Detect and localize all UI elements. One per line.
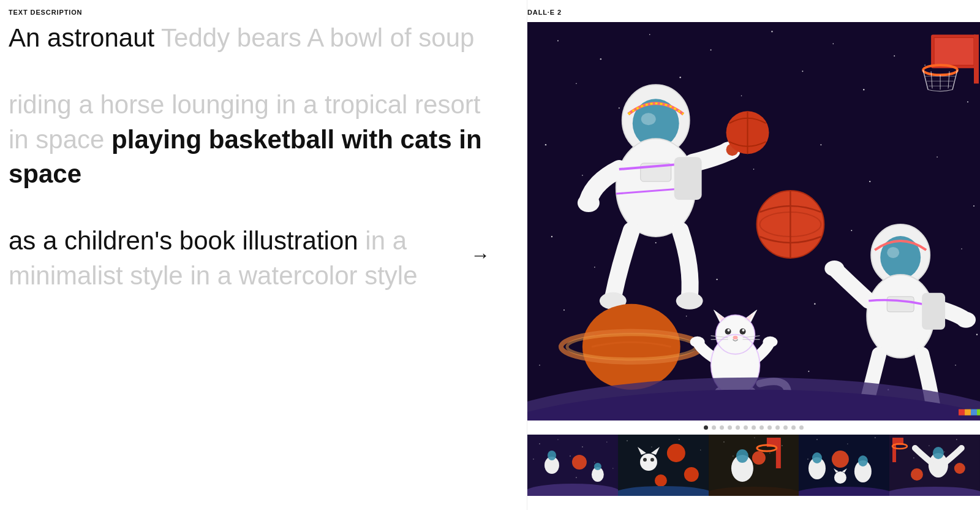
dot-13[interactable] [799, 425, 804, 430]
svg-point-41 [976, 334, 978, 335]
left-panel: TEXT DESCRIPTION An astronaut Teddy bear… [0, 0, 527, 510]
dot-2[interactable] [712, 425, 716, 430]
dot-1[interactable] [704, 425, 708, 430]
svg-point-191 [933, 447, 944, 459]
svg-point-66 [578, 194, 600, 212]
dot-11[interactable] [783, 425, 788, 430]
text-row-1: An astronaut Teddy bears A bowl of soup [9, 22, 514, 55]
svg-point-188 [944, 451, 944, 452]
svg-rect-60 [974, 34, 979, 83]
dalle-label: DALL·E 2 [527, 9, 980, 22]
svg-point-185 [929, 445, 929, 446]
dot-6[interactable] [744, 425, 748, 430]
svg-point-125 [594, 462, 595, 462]
svg-point-83 [887, 247, 899, 258]
svg-point-127 [576, 477, 577, 478]
svg-point-181 [832, 451, 849, 468]
text-row-6: minimalist style in a watercolor style [9, 260, 514, 292]
svg-point-139 [651, 446, 652, 447]
dot-7[interactable] [752, 425, 756, 430]
svg-point-28 [655, 242, 657, 243]
svg-rect-116 [971, 409, 977, 416]
word-basketball[interactable]: playing basketball with cats in [104, 125, 481, 154]
svg-point-9 [576, 83, 577, 85]
svg-point-31 [851, 230, 852, 231]
svg-point-24 [937, 156, 938, 158]
svg-point-26 [551, 236, 552, 237]
svg-point-196 [954, 463, 965, 474]
svg-point-123 [533, 459, 533, 459]
word-soup[interactable]: A bowl of soup [301, 23, 475, 52]
svg-point-135 [594, 463, 601, 470]
dot-12[interactable] [791, 425, 796, 430]
pagination-dots [527, 421, 980, 435]
svg-rect-117 [977, 409, 980, 416]
dot-8[interactable] [760, 425, 764, 430]
svg-point-146 [650, 458, 654, 462]
word-space2[interactable]: space [9, 159, 81, 188]
svg-point-131 [548, 451, 556, 460]
svg-point-147 [667, 444, 685, 462]
word-astronaut[interactable]: An astronaut [9, 23, 154, 52]
svg-point-7 [894, 55, 895, 56]
thumbnail-4[interactable] [799, 435, 889, 496]
svg-rect-85 [887, 297, 914, 312]
svg-point-12 [741, 95, 742, 96]
svg-rect-70 [674, 157, 702, 200]
svg-point-138 [627, 440, 628, 441]
thumbnail-2[interactable] [618, 435, 709, 496]
word-teddy[interactable]: Teddy bears [154, 23, 301, 52]
svg-point-63 [641, 113, 656, 125]
svg-point-22 [820, 144, 821, 145]
svg-point-107 [763, 337, 777, 348]
right-panel: DALL·E 2 [527, 0, 980, 510]
svg-point-178 [834, 471, 846, 484]
svg-point-17 [545, 144, 546, 145]
svg-point-100 [742, 329, 745, 332]
svg-point-174 [812, 452, 822, 463]
dot-10[interactable] [775, 425, 780, 430]
svg-point-4 [710, 49, 712, 50]
svg-point-169 [808, 459, 809, 459]
svg-point-177 [858, 455, 868, 466]
word-horse[interactable]: riding a horse [9, 90, 164, 119]
thumbnail-3[interactable] [709, 435, 799, 496]
svg-point-48 [955, 365, 956, 366]
word-tropical[interactable]: lounging in a tropical resort [164, 90, 480, 119]
svg-point-10 [619, 107, 620, 108]
section-label: TEXT DESCRIPTION [9, 9, 514, 16]
dot-9[interactable] [767, 425, 772, 430]
text-row-3: in space playing basketball with cats in [9, 124, 514, 156]
text-description-area[interactable]: An astronaut Teddy bears A bowl of soup … [9, 22, 514, 498]
svg-point-155 [733, 455, 733, 456]
word-childrens[interactable]: as a children's book illustration [9, 226, 358, 255]
svg-point-106 [690, 337, 705, 348]
word-minimalist[interactable]: minimalist style [9, 261, 183, 290]
thumbnail-1[interactable] [527, 435, 618, 496]
svg-point-152 [723, 441, 725, 443]
svg-point-11 [679, 77, 680, 78]
svg-rect-115 [965, 409, 971, 416]
svg-point-87 [956, 312, 976, 328]
svg-point-101 [733, 336, 738, 340]
svg-point-16 [967, 101, 968, 102]
svg-point-5 [771, 31, 772, 32]
word-watercolor[interactable]: in a watercolor style [183, 261, 418, 290]
svg-point-141 [700, 449, 701, 450]
svg-point-132 [572, 455, 587, 470]
thumbnails-row [527, 435, 980, 496]
svg-point-2 [600, 58, 601, 59]
svg-point-154 [782, 445, 783, 446]
word-space[interactable]: in space [9, 125, 104, 154]
dot-4[interactable] [728, 425, 732, 430]
svg-point-46 [808, 371, 809, 372]
svg-point-149 [655, 474, 667, 487]
svg-point-140 [679, 439, 680, 440]
dot-5[interactable] [736, 425, 740, 430]
svg-point-23 [869, 181, 870, 182]
svg-rect-90 [922, 293, 945, 330]
thumbnail-5[interactable] [889, 435, 980, 496]
word-minstyle[interactable]: in a [358, 226, 407, 255]
svg-point-187 [913, 457, 914, 458]
dot-3[interactable] [720, 425, 724, 430]
